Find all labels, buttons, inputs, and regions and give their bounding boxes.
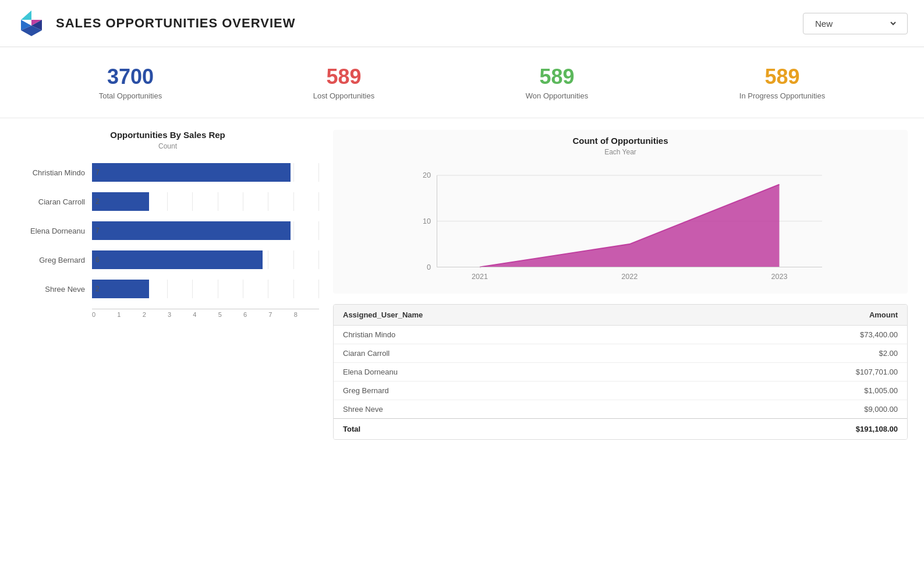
- bar-chart: Christian Mindo 7 Ciaran Carroll 2 E: [16, 163, 319, 298]
- bar-axis-label: 7: [268, 309, 293, 318]
- bar-axis: 012345678: [92, 309, 319, 318]
- right-panel: Count of Opportunities Each Year 20 10 0…: [333, 130, 908, 440]
- bar-row: Elena Dorneanu 7: [16, 221, 319, 240]
- kpi-won: 589 Won Opportunities: [526, 65, 588, 100]
- kpi-total-label: Total Opportunities: [99, 91, 162, 100]
- table-col-name: Assigned_User_Name: [334, 305, 802, 325]
- svg-text:2023: 2023: [771, 273, 787, 281]
- bar-row: Shree Neve 2: [16, 280, 319, 298]
- bar-fill: 6: [92, 250, 263, 269]
- bar-axis-label: 6: [243, 309, 268, 318]
- data-table: Assigned_User_Name Amount Christian Mind…: [333, 304, 908, 440]
- header-left: SALES OPPORTUNITIES OVERVIEW: [16, 8, 295, 38]
- header: SALES OPPORTUNITIES OVERVIEW New In Prog…: [0, 0, 924, 47]
- table-row: Shree Neve $9,000.00: [334, 400, 907, 418]
- table-col-amount: Amount: [802, 305, 907, 325]
- area-chart-svg: 20 10 0 2021 2022 2023: [339, 163, 902, 285]
- bar-value: 7: [95, 227, 100, 235]
- kpi-won-label: Won Opportunities: [526, 91, 588, 100]
- kpi-inprogress: 589 In Progress Opportunities: [739, 65, 825, 100]
- svg-marker-12: [480, 185, 780, 267]
- bar-label: Christian Mindo: [16, 168, 92, 177]
- table-header: Assigned_User_Name Amount: [334, 305, 907, 326]
- area-chart-title: Count of Opportunities: [339, 136, 902, 146]
- bar-fill: 2: [92, 192, 149, 211]
- area-chart-panel: Count of Opportunities Each Year 20 10 0…: [333, 130, 908, 294]
- table-row: Christian Mindo $73,400.00: [334, 326, 907, 344]
- svg-text:10: 10: [423, 217, 431, 225]
- bar-row: Greg Bernard 6: [16, 250, 319, 269]
- bar-value: 2: [95, 197, 100, 206]
- bar-label: Ciaran Carroll: [16, 197, 92, 206]
- bar-row: Christian Mindo 7: [16, 163, 319, 182]
- bar-axis-label: 4: [193, 309, 218, 318]
- bar-axis-label: 3: [168, 309, 193, 318]
- filter-select[interactable]: New In Progress Won Lost: [813, 18, 898, 29]
- bar-axis-label: 8: [294, 309, 319, 318]
- svg-text:0: 0: [427, 263, 431, 271]
- kpi-lost-value: 589: [313, 65, 375, 89]
- svg-text:20: 20: [423, 171, 431, 179]
- kpi-lost-label: Lost Opportunities: [313, 91, 375, 100]
- bar-axis-label: 5: [218, 309, 243, 318]
- bar-wrapper: 2: [92, 192, 319, 211]
- svg-text:2021: 2021: [472, 273, 488, 281]
- bar-wrapper: 7: [92, 163, 319, 182]
- kpi-inprogress-label: In Progress Opportunities: [739, 91, 825, 100]
- table-body: Christian Mindo $73,400.00 Ciaran Carrol…: [334, 326, 907, 418]
- bar-value: 2: [95, 285, 100, 293]
- kpi-total-value: 3700: [99, 65, 162, 89]
- bar-label: Elena Dorneanu: [16, 227, 92, 235]
- bar-chart-title: Opportunities By Sales Rep: [16, 130, 319, 140]
- table-cell-name: Christian Mindo: [334, 326, 802, 344]
- table-row: Ciaran Carroll $2.00: [334, 344, 907, 363]
- bar-wrapper: 7: [92, 221, 319, 240]
- bar-label: Shree Neve: [16, 285, 92, 294]
- table-total-label: Total: [334, 419, 802, 439]
- table-cell-amount: $107,701.00: [802, 363, 907, 381]
- table-row: Elena Dorneanu $107,701.00: [334, 363, 907, 382]
- svg-text:2022: 2022: [621, 273, 638, 281]
- table-cell-amount: $73,400.00: [802, 326, 907, 344]
- table-cell-amount: $1,005.00: [802, 382, 907, 400]
- filter-dropdown[interactable]: New In Progress Won Lost: [803, 13, 908, 34]
- bar-row: Ciaran Carroll 2: [16, 192, 319, 211]
- kpi-inprogress-value: 589: [739, 65, 825, 89]
- table-cell-name: Ciaran Carroll: [334, 344, 802, 362]
- bar-label: Greg Bernard: [16, 256, 92, 264]
- bar-value: 7: [95, 168, 100, 176]
- bar-chart-panel: Opportunities By Sales Rep Count Christi…: [16, 130, 319, 440]
- bar-fill: 7: [92, 163, 291, 182]
- area-chart-subtitle: Each Year: [339, 148, 902, 156]
- table-cell-name: Elena Dorneanu: [334, 363, 802, 381]
- page-title: SALES OPPORTUNITIES OVERVIEW: [56, 16, 295, 31]
- bar-axis-label: 1: [117, 309, 142, 318]
- bar-wrapper: 6: [92, 250, 319, 269]
- table-row: Greg Bernard $1,005.00: [334, 382, 907, 400]
- kpi-row: 3700 Total Opportunities 589 Lost Opport…: [0, 47, 924, 118]
- charts-area: Opportunities By Sales Rep Count Christi…: [0, 118, 924, 451]
- bar-value: 6: [95, 256, 100, 264]
- table-total-value: $191,108.00: [802, 419, 907, 439]
- bar-wrapper: 2: [92, 280, 319, 298]
- bar-axis-label: 0: [92, 309, 117, 318]
- bar-axis-label: 2: [143, 309, 168, 318]
- table-cell-amount: $2.00: [802, 344, 907, 362]
- bar-fill: 7: [92, 221, 291, 240]
- kpi-won-value: 589: [526, 65, 588, 89]
- bar-chart-subtitle: Count: [16, 142, 319, 150]
- table-total-row: Total $191,108.00: [334, 418, 907, 439]
- bar-fill: 2: [92, 280, 149, 298]
- logo-icon: [16, 8, 47, 38]
- table-cell-amount: $9,000.00: [802, 400, 907, 418]
- table-cell-name: Greg Bernard: [334, 382, 802, 400]
- kpi-lost: 589 Lost Opportunities: [313, 65, 375, 100]
- bar-chart-container: Christian Mindo 7 Ciaran Carroll 2 E: [16, 157, 319, 318]
- kpi-total: 3700 Total Opportunities: [99, 65, 162, 100]
- table-cell-name: Shree Neve: [334, 400, 802, 418]
- svg-marker-1: [21, 10, 31, 20]
